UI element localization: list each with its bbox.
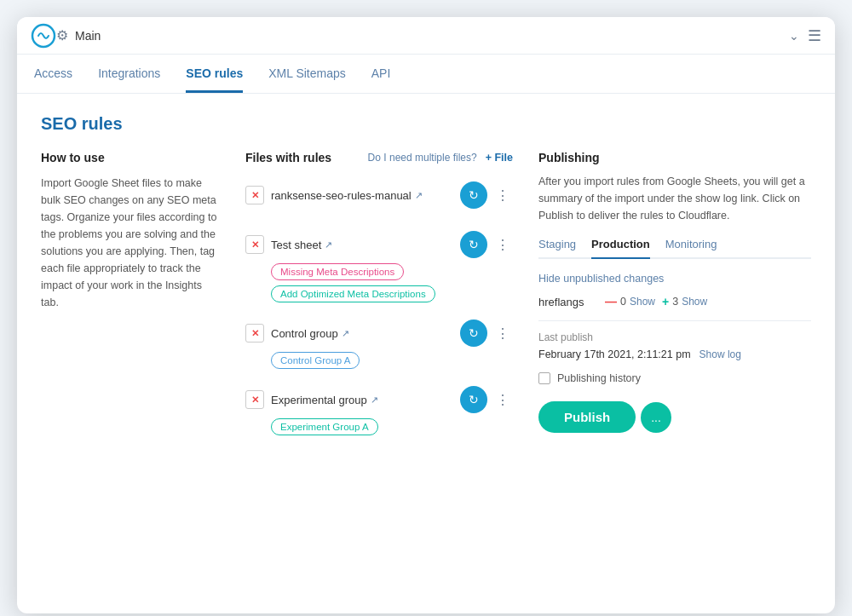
publish-more-button[interactable]: ... — [641, 402, 671, 433]
file-actions: ↻ ⋮ — [460, 386, 513, 413]
file-item: ✕ ranksense-seo-rules-manual ↗ ↻ ⋮ — [245, 176, 513, 219]
tags-row: Missing Meta Descriptions Add Optimized … — [245, 263, 513, 302]
file-row: ✕ ranksense-seo-rules-manual ↗ ↻ ⋮ — [245, 181, 513, 209]
file-row: ✕ Experimental group ↗ ↻ ⋮ — [245, 386, 513, 413]
minus-icon: — — [605, 295, 617, 308]
file-icon: ✕ — [245, 390, 264, 409]
external-link-icon[interactable]: ↗ — [342, 328, 349, 339]
plus-count: 3 — [672, 296, 678, 308]
hreflang-label: hreflangs — [538, 296, 598, 308]
tag-missing-meta[interactable]: Missing Meta Descriptions — [271, 263, 404, 280]
more-options-button[interactable]: ⋮ — [492, 389, 513, 410]
more-options-button[interactable]: ⋮ — [492, 185, 513, 205]
last-publish-row: February 17th 2021, 2:11:21 pm Show log — [538, 348, 811, 360]
tags-row: Experiment Group A — [245, 418, 513, 435]
files-section: Files with rules Do I need multiple file… — [245, 151, 513, 447]
publishing-history-row: Publishing history — [538, 372, 811, 384]
files-header: Files with rules Do I need multiple file… — [245, 151, 513, 164]
tab-access[interactable]: Access — [34, 55, 72, 93]
titlebar-title: Main — [75, 29, 789, 43]
show-plus-link[interactable]: Show — [682, 296, 707, 308]
columns-layout: How to use Import Google Sheet files to … — [41, 151, 811, 447]
file-icon: ✕ — [245, 186, 264, 204]
hreflang-row: hreflangs — 0 Show + 3 Show — [538, 295, 811, 308]
app-logo — [31, 23, 56, 49]
how-to-use-section: How to use Import Google Sheet files to … — [41, 151, 220, 447]
tag-add-optimized[interactable]: Add Optimized Meta Descriptions — [271, 285, 435, 302]
minus-count: 0 — [620, 296, 626, 308]
titlebar-controls: ⌄ ☰ — [789, 26, 821, 45]
plus-icon: + — [662, 295, 669, 308]
more-options-button[interactable]: ⋮ — [492, 323, 513, 343]
nav-tabs: Access Integrations SEO rules XML Sitema… — [17, 55, 835, 94]
do-i-need-link[interactable]: Do I need multiple files? — [368, 152, 477, 164]
hide-unpublished-link[interactable]: Hide unpublished changes — [538, 273, 811, 285]
hamburger-icon[interactable]: ☰ — [808, 26, 821, 45]
settings-icon[interactable]: ⚙ — [56, 27, 68, 43]
file-actions: ↻ ⋮ — [460, 320, 513, 347]
publishing-heading: Publishing — [538, 151, 811, 164]
divider — [538, 320, 811, 321]
file-item: ✕ Control group ↗ ↻ ⋮ Control Group A — [245, 314, 513, 374]
file-actions: ↻ ⋮ — [460, 231, 513, 258]
publishing-section: Publishing After you import rules from G… — [538, 151, 811, 447]
tab-api[interactable]: API — [371, 55, 391, 93]
file-row: ✕ Test sheet ↗ ↻ ⋮ — [245, 231, 513, 258]
files-heading: Files with rules — [245, 151, 331, 164]
file-icon: ✕ — [245, 324, 264, 343]
tab-staging[interactable]: Staging — [538, 238, 576, 259]
last-publish-date: February 17th 2021, 2:11:21 pm — [538, 348, 691, 360]
file-name: Control group ↗ — [271, 327, 453, 340]
file-item: ✕ Experimental group ↗ ↻ ⋮ Experiment Gr… — [245, 381, 513, 440]
change-minus-item: — 0 Show — [605, 295, 655, 308]
chevron-down-icon[interactable]: ⌄ — [789, 29, 799, 43]
refresh-button[interactable]: ↻ — [460, 181, 487, 209]
file-actions: ↻ ⋮ — [460, 181, 513, 209]
file-item: ✕ Test sheet ↗ ↻ ⋮ Missing Meta Descript… — [245, 226, 513, 308]
refresh-button[interactable]: ↻ — [460, 386, 487, 413]
how-to-use-text: Import Google Sheet files to make bulk S… — [41, 175, 220, 311]
titlebar: ⚙ Main ⌄ ☰ — [17, 17, 835, 55]
tab-integrations[interactable]: Integrations — [98, 55, 160, 93]
page-title: SEO rules — [41, 114, 811, 134]
publishing-history-checkbox[interactable] — [538, 372, 550, 384]
file-name: Test sheet ↗ — [271, 239, 453, 251]
file-name: ranksense-seo-rules-manual ↗ — [271, 189, 453, 202]
last-publish-label: Last publish — [538, 331, 811, 343]
file-name: Experimental group ↗ — [271, 394, 453, 406]
publishing-history-label: Publishing history — [557, 372, 641, 384]
more-options-button[interactable]: ⋮ — [492, 234, 513, 255]
app-window: ⚙ Main ⌄ ☰ Access Integrations SEO rules… — [17, 17, 835, 613]
publishing-description: After you import rules from Google Sheet… — [538, 173, 811, 224]
publish-button[interactable]: Publish — [538, 401, 636, 433]
refresh-button[interactable]: ↻ — [460, 231, 487, 258]
tag-experiment-group-a[interactable]: Experiment Group A — [271, 418, 378, 435]
change-plus-item: + 3 Show — [662, 295, 707, 308]
tab-xml-sitemaps[interactable]: XML Sitemaps — [268, 55, 346, 93]
tab-seo-rules[interactable]: SEO rules — [186, 55, 243, 93]
main-content: SEO rules How to use Import Google Sheet… — [17, 94, 835, 613]
show-minus-link[interactable]: Show — [630, 296, 655, 308]
external-link-icon[interactable]: ↗ — [325, 239, 332, 250]
add-file-button[interactable]: + File — [486, 152, 513, 164]
refresh-button[interactable]: ↻ — [460, 320, 487, 347]
external-link-icon[interactable]: ↗ — [415, 190, 423, 201]
tags-row: Control Group A — [245, 352, 513, 369]
publishing-tabs: Staging Production Monitoring — [538, 238, 811, 259]
file-icon: ✕ — [245, 235, 264, 254]
tab-monitoring[interactable]: Monitoring — [665, 238, 717, 259]
tag-control-group-a[interactable]: Control Group A — [271, 352, 360, 369]
how-to-use-heading: How to use — [41, 151, 220, 164]
external-link-icon[interactable]: ↗ — [371, 394, 378, 406]
show-log-link[interactable]: Show log — [699, 348, 741, 360]
tab-production[interactable]: Production — [591, 238, 650, 259]
file-row: ✕ Control group ↗ ↻ ⋮ — [245, 320, 513, 347]
publish-area: Publish ... — [538, 401, 811, 433]
